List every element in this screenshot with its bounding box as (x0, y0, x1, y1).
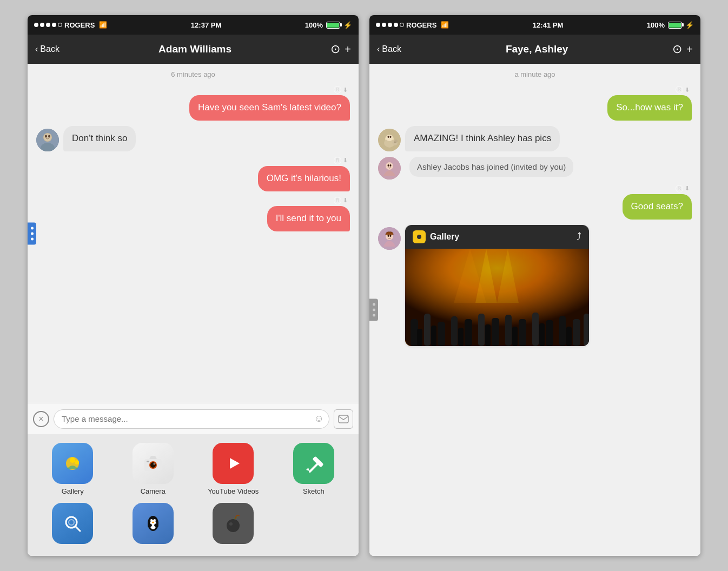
app-grid-left: Gallery Camera Yo (28, 434, 359, 556)
charging-icon: ⚡ (343, 21, 352, 29)
dot-4 (394, 23, 398, 27)
add-person-icon-right[interactable]: + (686, 43, 693, 56)
youtube-icon-svg (220, 450, 246, 476)
svg-point-47 (417, 235, 421, 239)
send-icon-svg (337, 414, 349, 424)
battery-percent-right: 100% (647, 21, 665, 29)
system-message: Ashley Jacobs has joined (invited by you… (378, 157, 692, 180)
gallery-icon-inner (414, 231, 425, 242)
concert-svg (405, 249, 589, 346)
app-item-sketch[interactable]: Sketch (277, 443, 350, 495)
message-input-wrap: ☺ (54, 409, 329, 429)
status-left-right: ROGERS 📶 (376, 21, 449, 29)
back-button-right[interactable]: ‹ Back (377, 44, 401, 54)
svg-point-51 (422, 235, 425, 238)
svg-point-49 (418, 239, 421, 242)
kik-mark: R (334, 197, 341, 204)
nav-bar-right: ‹ Back Faye, Ashley ⊙ + (369, 35, 700, 64)
svg-point-52 (415, 233, 418, 235)
svg-rect-65 (465, 319, 472, 346)
app-item-camera[interactable]: Camera (117, 443, 190, 495)
svg-point-40 (386, 162, 393, 170)
svg-rect-69 (519, 319, 526, 346)
svg-point-54 (415, 238, 418, 241)
ashley-avatar-svg (378, 157, 401, 180)
svg-point-24 (150, 519, 153, 521)
timestamp-left: 6 minutes ago (36, 70, 350, 78)
chat-title-right: Faye, Ashley (506, 43, 568, 55)
youtube-icon (213, 443, 254, 484)
status-right: 100% ⚡ (305, 21, 352, 29)
dot (373, 309, 375, 311)
back-chevron-left: ‹ (35, 44, 38, 54)
svg-point-12 (150, 462, 156, 468)
cancel-button[interactable]: × (33, 411, 49, 427)
status-bar-left: ROGERS 📶 12:37 PM 100% ⚡ (28, 15, 359, 35)
sketch-icon-svg (301, 450, 327, 476)
msg-row: Don't think so (36, 126, 350, 151)
nav-icons-left: ⊙ + (330, 42, 351, 56)
video-call-icon-right[interactable]: ⊙ (672, 42, 682, 56)
add-person-icon-left[interactable]: + (345, 43, 351, 56)
msg-row: R ⬇ So...how was it? (378, 86, 692, 121)
avatar-faye (378, 129, 401, 151)
svg-rect-75 (417, 329, 422, 346)
svg-rect-78 (485, 324, 491, 346)
svg-rect-64 (451, 316, 458, 346)
penguin-icon (133, 503, 174, 544)
svg-point-26 (152, 522, 154, 523)
svg-point-30 (229, 522, 233, 526)
youtube-label: YouTube Videos (208, 487, 259, 495)
message-bubble: I'll send it to you (267, 206, 350, 231)
send-button[interactable] (334, 409, 353, 429)
svg-point-9 (75, 460, 79, 464)
camera-icon (133, 443, 174, 484)
message-input[interactable] (54, 409, 329, 429)
app-item-penguin[interactable] (117, 503, 190, 547)
msg-row: AMAZING! I think Ashley has pics (378, 126, 692, 151)
sidebar-dots-right[interactable] (369, 299, 378, 321)
time-label-right: 12:41 PM (533, 21, 563, 29)
camera-label: Camera (141, 487, 166, 495)
svg-point-5 (48, 135, 50, 137)
svg-rect-71 (546, 320, 553, 346)
battery-percent: 100% (305, 21, 323, 29)
svg-rect-76 (431, 326, 436, 346)
dot-3 (46, 23, 50, 27)
emoji-icon[interactable]: ☺ (314, 413, 324, 424)
sketch-icon (293, 443, 334, 484)
svg-rect-74 (584, 314, 589, 346)
message-bubble: So...how was it? (607, 95, 692, 121)
svg-rect-79 (512, 327, 518, 346)
app-item-bomb[interactable] (197, 503, 270, 547)
wifi-icon: 📶 (99, 21, 107, 29)
svg-point-34 (388, 136, 389, 138)
svg-point-38 (394, 141, 396, 143)
svg-rect-80 (539, 323, 545, 346)
app-item-gallery[interactable]: Gallery (36, 443, 109, 495)
svg-point-41 (388, 164, 389, 167)
chat-area-left: 6 minutes ago R ⬇ Have you seen Sam's la… (28, 64, 359, 403)
gallery-share-icon[interactable]: ⤴ (577, 231, 581, 242)
svg-rect-63 (438, 322, 445, 346)
app-item-youtube[interactable]: YouTube Videos (197, 443, 270, 495)
back-label-left: Back (40, 44, 59, 54)
message-bubble: OMG it's hilarious! (258, 166, 350, 191)
search-icon (52, 503, 93, 544)
msg-row: R ⬇ Have you seen Sam's latest video? (36, 86, 350, 121)
video-call-icon-left[interactable]: ⊙ (330, 42, 340, 56)
faye-avatar-svg (378, 129, 401, 151)
back-button-left[interactable]: ‹ Back (35, 44, 59, 54)
bomb-icon-svg (220, 510, 246, 536)
dot (373, 303, 375, 306)
gallery-sunflower-icon (413, 230, 426, 243)
kik-mark: R (676, 86, 683, 94)
app-item-search[interactable] (36, 503, 109, 547)
dot-4 (52, 23, 56, 27)
chat-area-right: a minute ago R ⬇ So...how was it? (369, 64, 700, 556)
dot-1 (376, 23, 380, 27)
dot (31, 232, 34, 235)
msg-row: R ⬇ I'll send it to you (36, 197, 350, 231)
gallery-header: Gallery ⤴ (405, 225, 589, 249)
sidebar-dots-left[interactable] (28, 222, 36, 244)
